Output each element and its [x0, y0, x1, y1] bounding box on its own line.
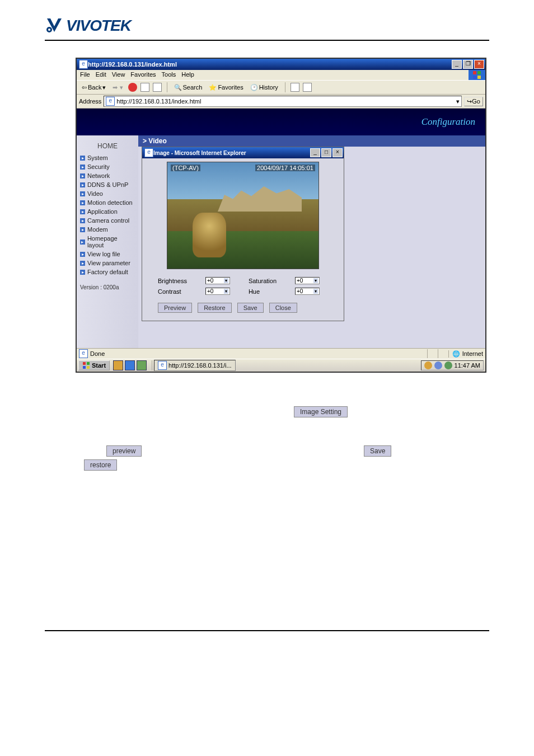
saturation-label: Saturation: [249, 278, 285, 284]
arrow-icon: ▸: [80, 173, 85, 179]
address-input[interactable]: e http://192.168.0.131/index.html ▾: [104, 96, 462, 107]
close-button[interactable]: Close: [269, 303, 297, 313]
tray-icon[interactable]: [434, 361, 442, 369]
svg-rect-7: [87, 362, 90, 365]
separator: [167, 82, 167, 92]
svg-rect-4: [473, 76, 476, 79]
menu-file[interactable]: File: [80, 71, 90, 79]
window-titlebar: e http://192.168.0.131/index.html _ ❐ ×: [77, 59, 485, 70]
popup-minimize-button[interactable]: _: [310, 148, 320, 157]
image-setting-button[interactable]: Image Setting: [294, 406, 348, 417]
sidebar-item-video[interactable]: ▸Video: [77, 189, 138, 198]
refresh-icon[interactable]: [140, 83, 149, 92]
sidebar-item-logfile[interactable]: ▸View log file: [77, 250, 138, 259]
menu-help[interactable]: Help: [181, 71, 194, 79]
menu-bar: File Edit View Favorites Tools Help: [77, 70, 469, 80]
sidebar-item-system[interactable]: ▸System: [77, 153, 138, 162]
ie-icon: e: [144, 148, 153, 157]
home-icon[interactable]: [153, 83, 162, 92]
svg-rect-8: [83, 366, 86, 369]
ie-window: e http://192.168.0.131/index.html _ ❐ × …: [76, 58, 486, 373]
menu-edit[interactable]: Edit: [96, 71, 106, 79]
sidebar-item-factory[interactable]: ▸Factory default: [77, 267, 138, 276]
popup-titlebar: e Image - Microsoft Internet Explorer _ …: [142, 147, 344, 158]
status-bar: e Done 🌐 Internet: [77, 348, 485, 359]
address-label: Address: [79, 98, 101, 105]
maximize-button[interactable]: ❐: [463, 60, 473, 69]
task-button[interactable]: e http://192.168.0.131/i...: [154, 360, 236, 371]
main-panel: > Video e Image - Microsoft Internet Exp…: [138, 135, 485, 348]
system-tray: 11:47 AM: [421, 360, 484, 370]
sidebar-item-homepage[interactable]: ▸Homepage layout: [77, 234, 138, 250]
preview-button[interactable]: Preview: [158, 303, 192, 313]
ql-icon[interactable]: [125, 360, 135, 370]
history-button[interactable]: 🕑History: [249, 83, 280, 92]
svg-rect-9: [87, 366, 90, 369]
windows-flag-icon: [82, 361, 90, 369]
start-button[interactable]: Start: [78, 360, 110, 370]
ql-icon[interactable]: [137, 360, 147, 370]
arrow-icon: ▸: [80, 200, 85, 205]
address-bar: Address e http://192.168.0.131/index.htm…: [77, 95, 485, 109]
callout-buttons: Image Setting preview Save restore: [78, 406, 489, 473]
ie-icon: e: [79, 60, 88, 69]
forward-button[interactable]: ➡ ▾: [111, 83, 124, 92]
done-icon: e: [79, 349, 88, 358]
back-button[interactable]: ⇦ Back ▾: [80, 83, 107, 92]
page-title: Configuration: [77, 109, 485, 135]
go-button[interactable]: ↪Go: [464, 97, 483, 106]
ie-throbber: [469, 70, 485, 80]
contrast-label: Contrast: [158, 288, 195, 295]
mail-icon[interactable]: [291, 83, 299, 92]
arrow-icon: ▸: [80, 227, 85, 232]
search-button[interactable]: 🔍Search: [172, 83, 204, 92]
vivotek-logo: VIVOTEK: [45, 17, 131, 35]
favorites-button[interactable]: ⭐Favorites: [207, 83, 245, 92]
video-image: [167, 162, 318, 269]
fountain-shape: [193, 213, 226, 257]
dropdown-icon[interactable]: ▾: [456, 98, 460, 105]
ql-icon[interactable]: [113, 360, 123, 370]
menu-view[interactable]: View: [112, 71, 125, 79]
breadcrumb: > Video: [138, 135, 485, 147]
sidebar-item-application[interactable]: ▸Application: [77, 207, 138, 216]
menu-tools[interactable]: Tools: [162, 71, 176, 79]
restore-button[interactable]: Restore: [198, 303, 232, 313]
sidebar-item-parameter[interactable]: ▸View parameter: [77, 259, 138, 267]
save-button[interactable]: Save: [237, 303, 264, 313]
svg-point-1: [48, 29, 50, 31]
sidebar-item-camera[interactable]: ▸Camera control: [77, 216, 138, 225]
preview-callout-button[interactable]: preview: [106, 445, 142, 457]
sidebar-item-modem[interactable]: ▸Modem: [77, 225, 138, 234]
taskbar: Start e http://192.168.0.131/i... 11:47 …: [77, 359, 485, 372]
contrast-select[interactable]: +0: [205, 288, 230, 295]
stop-icon[interactable]: [128, 83, 137, 92]
print-icon[interactable]: [303, 83, 312, 92]
minimize-button[interactable]: _: [452, 60, 462, 69]
hue-select[interactable]: +0: [295, 288, 320, 295]
arrow-icon: ▸: [80, 209, 85, 214]
popup-close-button[interactable]: ×: [332, 148, 343, 157]
sidebar-item-motion[interactable]: ▸Motion detection: [77, 198, 138, 207]
status-text: Done: [90, 350, 105, 357]
save-callout-button[interactable]: Save: [364, 445, 391, 457]
sidebar-item-ddns[interactable]: ▸DDNS & UPnP: [77, 180, 138, 189]
menu-favorites[interactable]: Favorites: [130, 71, 156, 79]
brightness-select[interactable]: +0: [205, 277, 230, 284]
saturation-select[interactable]: +0: [295, 277, 320, 284]
popup-title: Image - Microsoft Internet Explorer: [153, 150, 309, 156]
sidebar-item-security[interactable]: ▸Security: [77, 162, 138, 171]
arrow-icon: ▸: [80, 191, 85, 196]
video-preview: (TCP-AV) 2004/09/17 14:05:01: [167, 162, 319, 269]
tray-icon[interactable]: [444, 361, 452, 369]
arrow-icon: ▸: [80, 156, 85, 161]
image-controls: Brightness +0 Saturation +0 Contrast +0 …: [153, 277, 332, 295]
arrow-icon: ▸: [80, 165, 85, 170]
popup-maximize-button[interactable]: □: [321, 148, 331, 157]
page-content: Configuration HOME ▸System ▸Security ▸Ne…: [77, 109, 485, 348]
restore-callout-button[interactable]: restore: [84, 459, 117, 471]
tray-icon[interactable]: [424, 361, 432, 369]
close-button[interactable]: ×: [474, 60, 484, 69]
sidebar-item-network[interactable]: ▸Network: [77, 171, 138, 180]
sidebar-home[interactable]: HOME: [77, 139, 138, 153]
